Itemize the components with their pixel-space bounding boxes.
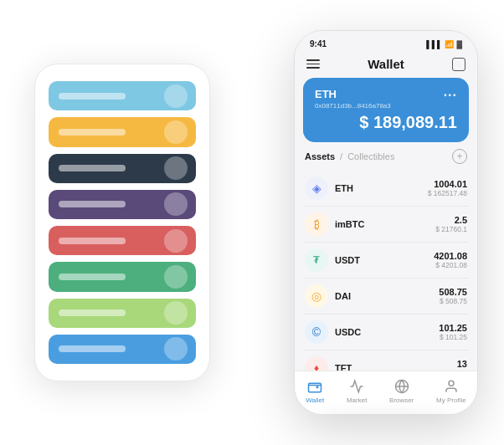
page-title: Wallet	[368, 57, 404, 71]
nav-wallet[interactable]: Wallet	[306, 378, 324, 404]
nav-market-label: Market	[347, 396, 367, 404]
card-dot	[164, 156, 188, 180]
eth-card-top: ETH 0x08711d3b...8416a78a3 ···	[315, 88, 457, 110]
imbtc-icon: ₿	[305, 212, 328, 236]
usdt-asset-amounts: 4201.08 $ 4201.08	[434, 251, 467, 269]
tft-amount-main: 13	[457, 359, 467, 369]
status-time: 9:41	[310, 39, 327, 49]
tft-asset-amounts: 13 0	[457, 359, 467, 371]
card-7[interactable]	[49, 299, 196, 328]
eth-asset-amounts: 1004.01 $ 162517.48	[428, 179, 467, 197]
eth-card-info: ETH 0x08711d3b...8416a78a3	[315, 88, 391, 110]
profile-nav-icon	[443, 378, 460, 395]
wifi-icon: 📶	[445, 40, 454, 49]
card-2[interactable]	[49, 117, 196, 146]
card-dot	[164, 120, 188, 144]
usdc-amount-sub: $ 101.25	[439, 333, 467, 341]
signal-icon: ▌▌▌	[426, 40, 442, 49]
imbtc-amount-sub: $ 21760.1	[435, 225, 467, 233]
status-bar: 9:41 ▌▌▌ 📶 ▓	[295, 31, 477, 52]
usdc-asset-amounts: 101.25 $ 101.25	[439, 323, 467, 341]
card-dot	[164, 192, 188, 216]
usdc-amount-main: 101.25	[439, 323, 467, 333]
eth-card[interactable]: ETH 0x08711d3b...8416a78a3 ··· $ 189,089…	[303, 78, 469, 142]
card-5[interactable]	[49, 226, 196, 255]
assets-header: Assets / Collectibles +	[303, 149, 469, 164]
expand-icon[interactable]	[452, 58, 465, 71]
tab-separator: /	[340, 151, 342, 161]
card-text-bar	[59, 93, 126, 100]
card-text-bar	[59, 165, 126, 171]
eth-address: 0x08711d3b...8416a78a3	[315, 102, 391, 110]
add-asset-button[interactable]: +	[452, 149, 467, 164]
assets-tabs: Assets / Collectibles	[305, 151, 394, 161]
card-dot	[164, 265, 188, 289]
market-nav-icon	[348, 378, 365, 395]
fg-phone: 9:41 ▌▌▌ 📶 ▓ Wallet ETH	[294, 30, 478, 415]
asset-row-usdt[interactable]: ₮ USDT 4201.08 $ 4201.08	[303, 243, 469, 279]
status-icons: ▌▌▌ 📶 ▓	[426, 40, 462, 49]
nav-browser-label: Browser	[389, 396, 414, 404]
dai-amount-main: 508.75	[439, 287, 467, 297]
asset-row-imbtc[interactable]: ₿ imBTC 2.5 $ 21760.1	[303, 207, 469, 243]
nav-wallet-label: Wallet	[306, 396, 324, 404]
browser-nav-icon	[393, 378, 410, 395]
hamburger-icon[interactable]	[306, 59, 320, 69]
hamburger-line-1	[306, 59, 320, 61]
eth-amount-main: 1004.01	[428, 179, 467, 189]
asset-row-dai[interactable]: ◎ DAI 508.75 $ 508.75	[303, 279, 469, 315]
wallet-nav-icon	[306, 378, 323, 395]
hamburger-line-2	[306, 64, 320, 65]
nav-profile[interactable]: My Profile	[436, 378, 466, 404]
asset-list: ◈ ETH 1004.01 $ 162517.48 ₿ imBTC 2.5 $ …	[303, 171, 469, 371]
usdc-asset-name: USDC	[335, 327, 439, 337]
card-3[interactable]	[49, 154, 196, 183]
nav-market[interactable]: Market	[347, 378, 367, 404]
tft-asset-name: TFT	[335, 363, 457, 371]
phone-header: Wallet	[295, 52, 477, 78]
card-text-bar	[59, 129, 126, 136]
eth-icon: ◈	[305, 176, 328, 200]
card-6[interactable]	[49, 262, 196, 291]
card-text-bar	[59, 274, 126, 280]
usdc-icon: ©	[305, 320, 328, 344]
card-text-bar	[59, 238, 126, 244]
nav-browser[interactable]: Browser	[389, 378, 414, 404]
card-4[interactable]	[49, 190, 196, 219]
bg-phone	[34, 64, 210, 381]
bottom-nav: Wallet Market Browser	[295, 371, 477, 414]
scene: 9:41 ▌▌▌ 📶 ▓ Wallet ETH	[18, 13, 486, 432]
asset-row-usdc[interactable]: © USDC 101.25 $ 101.25	[303, 315, 469, 350]
dai-amount-sub: $ 508.75	[439, 297, 467, 305]
battery-icon: ▓	[456, 40, 462, 49]
eth-menu-dots[interactable]: ···	[444, 88, 457, 103]
card-dot	[164, 301, 188, 325]
phone-content: ETH 0x08711d3b...8416a78a3 ··· $ 189,089…	[295, 78, 477, 371]
imbtc-asset-amounts: 2.5 $ 21760.1	[435, 215, 467, 233]
card-1[interactable]	[49, 81, 196, 110]
tab-collectibles[interactable]: Collectibles	[347, 151, 394, 161]
card-text-bar	[59, 345, 126, 352]
svg-point-3	[449, 381, 454, 386]
usdt-icon: ₮	[305, 248, 328, 272]
eth-amount-sub: $ 162517.48	[428, 189, 467, 197]
eth-card-bottom: $ 189,089.11	[315, 113, 457, 132]
imbtc-amount-main: 2.5	[435, 215, 467, 225]
dai-icon: ◎	[305, 284, 328, 308]
tab-assets[interactable]: Assets	[305, 151, 335, 161]
imbtc-asset-name: imBTC	[335, 219, 435, 229]
eth-label: ETH	[315, 88, 391, 100]
asset-row-eth[interactable]: ◈ ETH 1004.01 $ 162517.48	[303, 171, 469, 207]
tft-icon: ♦	[305, 356, 328, 371]
asset-row-tft[interactable]: ♦ TFT 13 0	[303, 350, 469, 371]
dai-asset-amounts: 508.75 $ 508.75	[439, 287, 467, 305]
card-dot	[164, 84, 188, 108]
card-8[interactable]	[49, 335, 196, 364]
card-text-bar	[59, 201, 126, 207]
hamburger-line-3	[306, 67, 320, 69]
usdt-amount-main: 4201.08	[434, 251, 467, 261]
card-text-bar	[59, 309, 126, 316]
card-dot	[164, 229, 188, 253]
eth-asset-name: ETH	[335, 183, 428, 193]
eth-amount: $ 189,089.11	[359, 113, 457, 132]
